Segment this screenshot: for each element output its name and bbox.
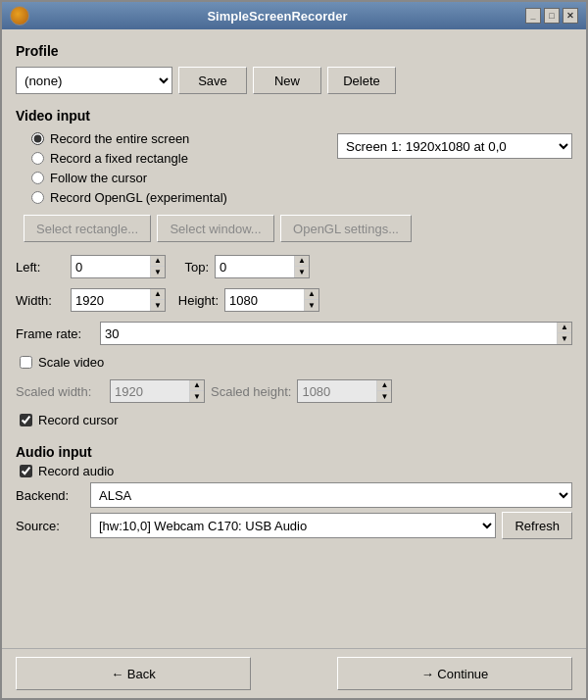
width-input[interactable] xyxy=(72,289,150,311)
opengl-settings-button[interactable]: OpenGL settings... xyxy=(280,215,412,242)
record-cursor-checkbox[interactable] xyxy=(20,414,32,426)
top-spinbox: ▲ ▼ xyxy=(215,255,310,278)
source-row: Source: [hw:10,0] Webcam C170: USB Audio… xyxy=(16,512,572,539)
save-button[interactable]: Save xyxy=(178,67,247,94)
scaled-height-up-btn[interactable]: ▲ xyxy=(377,380,391,391)
top-up-btn[interactable]: ▲ xyxy=(295,256,309,267)
minimize-button[interactable]: _ xyxy=(525,8,541,24)
radio-follow-cursor[interactable]: Follow the cursor xyxy=(31,171,227,185)
scaled-width-spinbox: ▲ ▼ xyxy=(110,379,205,403)
left-down-btn[interactable]: ▼ xyxy=(151,267,165,277)
frame-rate-spinbox: ▲ ▼ xyxy=(100,322,572,345)
continue-button[interactable]: → Continue xyxy=(337,657,572,690)
width-label: Width: xyxy=(16,293,65,308)
height-down-btn[interactable]: ▼ xyxy=(305,300,318,311)
window-title: SimpleScreenRecorder xyxy=(29,9,525,24)
app-icon xyxy=(10,6,29,25)
radio-fixed-rectangle[interactable]: Record a fixed rectangle xyxy=(31,151,227,166)
scaled-height-input[interactable] xyxy=(298,380,376,402)
close-button[interactable]: ✕ xyxy=(563,8,578,24)
left-up-btn[interactable]: ▲ xyxy=(151,256,165,267)
scaled-height-spinbox: ▲ ▼ xyxy=(297,379,392,403)
maximize-button[interactable]: □ xyxy=(544,8,560,24)
height-label: Height: xyxy=(172,293,219,308)
left-input[interactable] xyxy=(72,256,150,277)
profile-row: (none) Save New Delete xyxy=(16,67,572,94)
record-audio-checkbox[interactable] xyxy=(20,465,32,477)
source-select[interactable]: [hw:10,0] Webcam C170: USB Audio xyxy=(90,513,496,538)
record-audio-label[interactable]: Record audio xyxy=(38,464,114,478)
audio-input-section-title: Audio input xyxy=(16,444,572,460)
scaled-height-label: Scaled height: xyxy=(211,384,291,399)
record-cursor-row: Record cursor xyxy=(20,413,572,427)
top-down-btn[interactable]: ▼ xyxy=(295,267,309,277)
profile-section-title: Profile xyxy=(16,43,572,59)
radio-opengl[interactable]: Record OpenGL (experimental) xyxy=(31,190,227,205)
frame-rate-up-btn[interactable]: ▲ xyxy=(558,323,571,333)
frame-rate-down-btn[interactable]: ▼ xyxy=(558,333,571,344)
record-cursor-label[interactable]: Record cursor xyxy=(38,413,119,427)
video-buttons-row: Select rectangle... Select window... Ope… xyxy=(24,215,572,242)
refresh-button[interactable]: Refresh xyxy=(502,512,572,539)
backend-label: Backend: xyxy=(16,488,84,503)
scaled-width-input[interactable] xyxy=(111,380,189,402)
left-spinbox: ▲ ▼ xyxy=(71,255,166,278)
frame-rate-row: Frame rate: ▲ ▼ xyxy=(16,322,572,345)
main-window: SimpleScreenRecorder _ □ ✕ Profile (none… xyxy=(0,0,588,700)
radio-entire-screen[interactable]: Record the entire screen xyxy=(31,131,227,146)
width-down-btn[interactable]: ▼ xyxy=(151,300,165,311)
width-height-row: Width: ▲ ▼ Height: ▲ ▼ xyxy=(16,288,572,312)
record-audio-row: Record audio xyxy=(20,464,572,478)
backend-select[interactable]: ALSA xyxy=(90,482,572,508)
window-controls: _ □ ✕ xyxy=(525,8,578,24)
scaled-height-down-btn[interactable]: ▼ xyxy=(377,391,391,402)
scale-video-row: Scale video xyxy=(20,355,572,370)
left-top-row: Left: ▲ ▼ Top: ▲ ▼ xyxy=(16,255,572,278)
frame-rate-label: Frame rate: xyxy=(16,326,94,341)
audio-input-section: Audio input Record audio Backend: ALSA S… xyxy=(16,440,572,543)
screen-select[interactable]: Screen 1: 1920x1080 at 0,0 xyxy=(337,133,572,159)
new-button[interactable]: New xyxy=(253,67,321,94)
main-content: Profile (none) Save New Delete Video inp… xyxy=(2,29,586,648)
scale-video-checkbox[interactable] xyxy=(20,356,32,369)
video-radio-group: Record the entire screen Record a fixed … xyxy=(31,131,227,205)
width-up-btn[interactable]: ▲ xyxy=(151,289,165,300)
height-input[interactable] xyxy=(225,289,304,311)
scale-video-label[interactable]: Scale video xyxy=(38,355,104,370)
backend-row: Backend: ALSA xyxy=(16,482,572,508)
profile-select[interactable]: (none) xyxy=(16,67,172,94)
scaled-width-down-btn[interactable]: ▼ xyxy=(190,391,204,402)
frame-rate-input[interactable] xyxy=(101,323,557,344)
scaled-width-up-btn[interactable]: ▲ xyxy=(190,380,204,391)
scaled-dimensions-row: Scaled width: ▲ ▼ Scaled height: ▲ ▼ xyxy=(16,379,572,403)
top-input[interactable] xyxy=(216,256,294,277)
select-window-button[interactable]: Select window... xyxy=(157,215,274,242)
height-up-btn[interactable]: ▲ xyxy=(305,289,318,300)
left-label: Left: xyxy=(16,260,65,275)
scaled-width-label: Scaled width: xyxy=(16,384,104,399)
titlebar: SimpleScreenRecorder _ □ ✕ xyxy=(2,2,586,29)
delete-button[interactable]: Delete xyxy=(327,67,396,94)
width-spinbox: ▲ ▼ xyxy=(71,288,166,312)
select-rectangle-button[interactable]: Select rectangle... xyxy=(24,215,151,242)
height-spinbox: ▲ ▼ xyxy=(224,288,319,312)
bottom-bar: ← Back → Continue xyxy=(2,648,586,698)
source-label: Source: xyxy=(16,519,84,533)
back-button[interactable]: ← Back xyxy=(16,657,251,690)
top-label: Top: xyxy=(172,260,209,275)
video-input-section-title: Video input xyxy=(16,108,572,124)
